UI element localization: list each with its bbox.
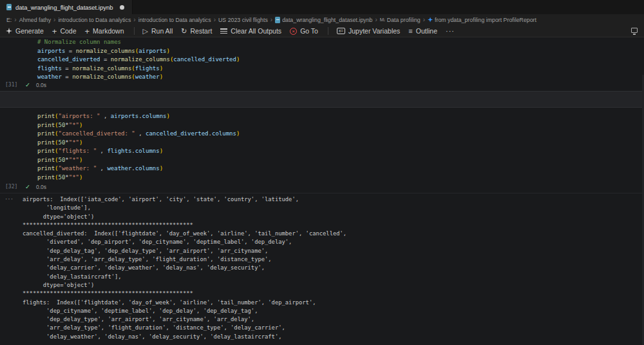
- output-line: 'delay_lastaircraft'],: [23, 273, 641, 281]
- toolbar-button-label: Markdown: [93, 27, 124, 35]
- success-check-icon: ✓: [25, 81, 30, 88]
- output-line: ****************************************…: [23, 290, 641, 298]
- code-line: print(50*"*"): [37, 121, 641, 130]
- outline-icon: ≡: [408, 28, 412, 35]
- output-line: 'dep_delay_type', 'arr_airport', 'arr_ci…: [23, 315, 641, 324]
- tab-title: data_wrangling_flight_dataset.ipynb: [15, 4, 113, 11]
- modified-dot-icon: [120, 5, 124, 10]
- toolbar-separator: [134, 27, 135, 35]
- clear-icon: [220, 28, 227, 34]
- breadcrumb-separator: ›: [133, 17, 135, 23]
- ellipsis-icon: ···: [446, 27, 455, 35]
- breadcrumb-item[interactable]: introduction to Data analytics: [138, 17, 211, 23]
- breadcrumb-item[interactable]: E:: [6, 17, 12, 23]
- breadcrumb-separator: ›: [14, 17, 16, 23]
- run-all-button[interactable]: ▷Run All: [143, 27, 173, 35]
- cell-status-row: [32] ✓ 0.0s: [0, 182, 644, 193]
- outline-button[interactable]: ≡Outline: [408, 27, 437, 35]
- code-line: print("flights: " , flights.columns): [37, 147, 641, 156]
- output-line: 'arr_delay', 'arr_delay_type', 'flight_d…: [23, 255, 641, 264]
- toolbar-button-label: Clear All Outputs: [231, 27, 281, 35]
- notebook-editor: # Normalize column namesairports = norma…: [0, 37, 644, 345]
- notebook-toolbar: Generate+Code+Markdown▷Run All↻RestartCl…: [0, 25, 644, 37]
- notebook-file-icon: [6, 4, 12, 10]
- output-line: dtype='object'): [23, 281, 641, 290]
- code-editor-1[interactable]: # Normalize column namesairports = norma…: [19, 37, 641, 81]
- code-line: print("cancelled_diverted: " , cancelled…: [37, 130, 641, 139]
- go-to-button[interactable]: ×Go To: [290, 27, 318, 35]
- breadcrumb-label: from ydata_profiling import ProfileRepor…: [435, 17, 536, 23]
- code-line: flights = normalize_columns(flights): [37, 64, 641, 74]
- code-line: print(50*"*"): [37, 173, 641, 182]
- breadcrumb-label: E:: [6, 17, 12, 23]
- markdown-icon: M↓: [380, 17, 385, 23]
- breadcrumb-label: Ahmed fathy: [19, 17, 51, 23]
- code-line: weather = normalize_columns(weather): [37, 73, 641, 81]
- sparkle-icon: [6, 28, 12, 34]
- output-line: 'longitude'],: [23, 204, 641, 212]
- code-button[interactable]: +Code: [52, 27, 77, 35]
- toolbar-button-label: Jupyter Variables: [348, 27, 400, 35]
- success-check-icon: ✓: [25, 183, 30, 190]
- goto-icon: ×: [290, 28, 297, 35]
- toolbar-button-label: Go To: [300, 27, 318, 35]
- output-collapse-ellipsis[interactable]: ···: [5, 195, 14, 202]
- more-actions-button[interactable]: ···: [446, 27, 455, 35]
- output-line: 'dep_cityname', 'deptime_label', 'dep_de…: [23, 307, 641, 315]
- output-line: 'dep_delay_tag', 'dep_delay_type', 'arr_…: [23, 247, 641, 255]
- execution-count: [32]: [5, 184, 17, 190]
- toolbar-separator: [328, 27, 328, 35]
- breadcrumb-item[interactable]: US 2023 civil flights: [218, 17, 268, 23]
- breadcrumb-separator: ›: [375, 17, 377, 23]
- breadcrumb-label: Data profiling: [387, 17, 421, 23]
- plus-icon: +: [52, 28, 57, 35]
- code-cell-2: print("airports: " , airports.columns)pr…: [0, 107, 644, 193]
- breadcrumb-separator: ›: [53, 17, 55, 23]
- code-line: print(50*"*"): [37, 156, 641, 165]
- plus-icon: +: [84, 28, 90, 35]
- breadcrumb-separator: ›: [423, 17, 425, 23]
- code-cell-1: # Normalize column namesairports = norma…: [0, 37, 644, 92]
- execution-duration: 0.0s: [36, 184, 46, 190]
- breadcrumb-label: introduction to Data analytics: [58, 17, 131, 23]
- kernel-icon[interactable]: [631, 28, 638, 33]
- breadcrumb: E:›Ahmed fathy›introduction to Data anal…: [0, 14, 644, 25]
- tab-notebook[interactable]: data_wrangling_flight_dataset.ipynb: [0, 0, 133, 14]
- generate-button[interactable]: Generate: [6, 27, 44, 35]
- output-line: 'arr_delay_type', 'flight_duration', 'di…: [23, 324, 641, 332]
- code-line: # Normalize column names: [37, 38, 641, 47]
- output-line: 'delay_carrier', 'delay_weather', 'delay…: [23, 264, 641, 272]
- breadcrumb-item[interactable]: M↓Data profiling: [380, 17, 421, 23]
- code-line: print("weather: " , weather.columns): [37, 164, 641, 173]
- restart-button[interactable]: ↻Restart: [181, 27, 212, 35]
- jupyter-variables-button[interactable]: x=Jupyter Variables: [337, 27, 400, 35]
- breadcrumb-item[interactable]: Ahmed fathy: [19, 17, 51, 23]
- breadcrumb-item[interactable]: data_wrangling_flight_dataset.ipynb: [275, 17, 372, 23]
- execution-count: [31]: [5, 82, 17, 88]
- run-icon: ▷: [143, 28, 148, 35]
- tab-bar: data_wrangling_flight_dataset.ipynb: [0, 0, 644, 14]
- markdown-button[interactable]: +Markdown: [84, 27, 124, 35]
- breadcrumb-item[interactable]: introduction to Data analytics: [58, 17, 131, 23]
- output-line: airports: Index(['iata_code', 'airport',…: [23, 195, 641, 204]
- code-line: print("airports: " , airports.columns): [37, 112, 641, 121]
- breadcrumb-label: introduction to Data analytics: [138, 17, 211, 23]
- cell-output: ··· airports: Index(['iata_code', 'airpo…: [0, 193, 644, 345]
- breadcrumb-separator: ›: [270, 17, 272, 23]
- restart-icon: ↻: [181, 28, 187, 35]
- toolbar-button-label: Restart: [190, 27, 212, 35]
- code-line: cancelled_diverted = normalize_columns(c…: [37, 55, 641, 64]
- code-line: print(50*"*"): [37, 139, 641, 148]
- clear-all-outputs-button[interactable]: Clear All Outputs: [220, 27, 281, 35]
- notebook-file-icon: [275, 17, 280, 23]
- variables-icon: x=: [337, 28, 345, 34]
- vscode-window: data_wrangling_flight_dataset.ipynb E:›A…: [0, 0, 644, 345]
- code-editor-2[interactable]: print("airports: " , airports.columns)pr…: [19, 108, 641, 184]
- breadcrumb-label: data_wrangling_flight_dataset.ipynb: [282, 17, 372, 23]
- breadcrumb-item[interactable]: from ydata_profiling import ProfileRepor…: [428, 17, 536, 23]
- output-line: 'delay_weather', 'delay_nas', 'delay_sec…: [23, 333, 641, 341]
- output-text: airports: Index(['iata_code', 'airport',…: [19, 195, 641, 345]
- toolbar-button-label: Run All: [151, 27, 173, 35]
- output-line: flights: Index(['flightdate', 'day_of_we…: [23, 299, 641, 307]
- breadcrumb-separator: ›: [214, 17, 216, 23]
